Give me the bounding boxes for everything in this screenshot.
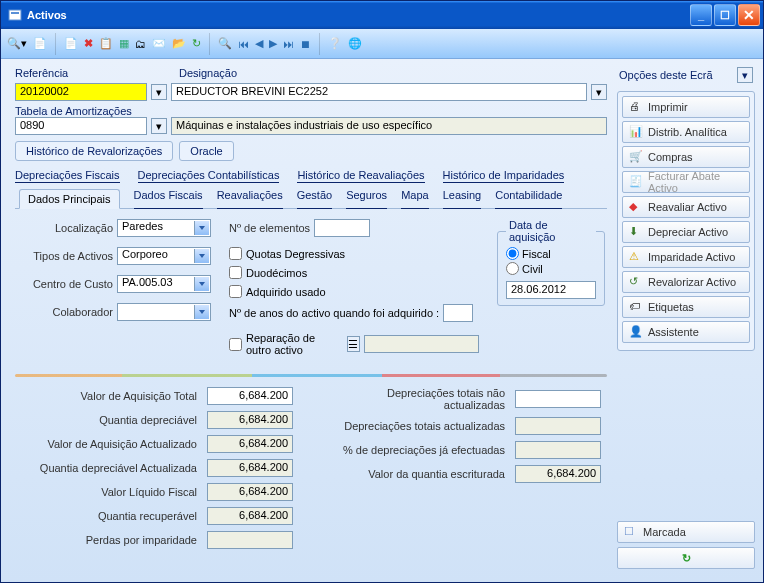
reparacao-lookup-button[interactable]: ☰ — [347, 336, 360, 352]
nav-first-icon[interactable]: ⏮ — [238, 38, 249, 50]
compras-button[interactable]: Compras — [622, 146, 750, 168]
centro-custo-select[interactable]: PA.005.03 — [117, 275, 211, 293]
referencia-lookup-button[interactable]: ▾ — [151, 84, 167, 100]
adquirido-usado-checkbox[interactable] — [229, 285, 242, 298]
svg-rect-1 — [11, 12, 19, 14]
duodecimos-checkbox[interactable] — [229, 266, 242, 279]
imparidade-label: Imparidade Activo — [648, 251, 735, 263]
new-icon[interactable]: 📄 — [33, 37, 47, 50]
world-icon[interactable]: 🌐 — [348, 37, 362, 50]
etiquetas-button[interactable]: Etiquetas — [622, 296, 750, 318]
reparacao-checkbox[interactable] — [229, 338, 242, 351]
subtab-mapa[interactable]: Mapa — [401, 189, 429, 209]
distrib-analitica-button[interactable]: Distrib. Analítica — [622, 121, 750, 143]
revalorizar-label: Revalorizar Activo — [648, 276, 736, 288]
subtab-contabilidade[interactable]: Contabilidade — [495, 189, 562, 209]
subtab-dados-fiscais[interactable]: Dados Fiscais — [134, 189, 203, 209]
subtab-seguros[interactable]: Seguros — [346, 189, 387, 209]
compras-label: Compras — [648, 151, 693, 163]
grid-icon[interactable]: ▦ — [119, 37, 129, 50]
refresh-icon[interactable]: ↻ — [192, 37, 201, 50]
marcada-button[interactable]: Marcada — [617, 521, 755, 543]
tabela-amort-lookup-button[interactable]: ▾ — [151, 118, 167, 134]
close-button[interactable]: ✕ — [738, 4, 760, 26]
help-icon[interactable]: ❔ — [328, 37, 342, 50]
subtab-leasing[interactable]: Leasing — [443, 189, 482, 209]
nav-next-icon[interactable]: ▶ — [269, 37, 277, 50]
imprimir-label: Imprimir — [648, 101, 688, 113]
civil-radio[interactable] — [506, 262, 519, 275]
val-liq-fiscal-value: 6,684.200 — [207, 483, 293, 501]
depreciar-button[interactable]: Depreciar Activo — [622, 221, 750, 243]
divider — [15, 374, 607, 377]
designacao-lookup-button[interactable]: ▾ — [591, 84, 607, 100]
titlebar: Activos _ ☐ ✕ — [1, 1, 763, 29]
tab-depreciacoes-contabilisticas[interactable]: Depreciações Contabilísticas — [138, 169, 280, 183]
side-options-toggle[interactable]: ▾ — [737, 67, 753, 83]
anos-input[interactable] — [443, 304, 473, 322]
revalorizar-button[interactable]: Revalorizar Activo — [622, 271, 750, 293]
search-icon[interactable]: 🔍▾ — [7, 37, 27, 50]
perdas-imp-value — [207, 531, 293, 549]
n-elementos-input[interactable] — [314, 219, 370, 237]
referencia-label: Referência — [15, 67, 175, 79]
reavaliar-label: Reavaliar Activo — [648, 201, 727, 213]
maximize-button[interactable]: ☐ — [714, 4, 736, 26]
nav-prev-icon[interactable]: ◀ — [255, 37, 263, 50]
marcada-label: Marcada — [643, 526, 686, 538]
mail-icon[interactable]: ✉️ — [152, 37, 166, 50]
tab-depreciacoes-fiscais[interactable]: Depreciações Fiscais — [15, 169, 120, 183]
cart-icon — [629, 150, 643, 164]
zoom-icon[interactable]: 🔍 — [218, 37, 232, 50]
dep-nao-act-value[interactable] — [515, 390, 601, 408]
reavaliar-button[interactable]: Reavaliar Activo — [622, 196, 750, 218]
imparidade-button[interactable]: Imparidade Activo — [622, 246, 750, 268]
subtab-reavaliacoes[interactable]: Reavaliações — [217, 189, 283, 209]
data-aquisicao-group: Data de aquisição Fiscal Civil 28.06.201… — [497, 219, 605, 306]
down-icon — [629, 225, 643, 239]
centro-custo-label: Centro de Custo — [17, 278, 113, 290]
facturar-label: Facturar Abate Activo — [648, 170, 743, 194]
colaborador-label: Colaborador — [17, 306, 113, 318]
fiscal-radio[interactable] — [506, 247, 519, 260]
historico-revalorizacoes-button[interactable]: Histórico de Revalorizações — [15, 141, 173, 161]
quotas-label: Quotas Degressivas — [246, 248, 345, 260]
quantia-dep-act-label: Quantia depreciável Actualizada — [21, 462, 203, 474]
imprimir-button[interactable]: Imprimir — [622, 96, 750, 118]
val-aq-total-value[interactable]: 6,684.200 — [207, 387, 293, 405]
tab-historico-reavaliacoes[interactable]: Histórico de Reavaliações — [297, 169, 424, 183]
copy-icon[interactable]: 📄 — [64, 37, 78, 50]
referencia-input[interactable]: 20120002 — [15, 83, 147, 101]
colaborador-select[interactable] — [117, 303, 211, 321]
subtab-dados-principais[interactable]: Dados Principais — [19, 189, 120, 209]
refresh-icon — [682, 552, 691, 565]
side-options-header: Opções deste Ecrã ▾ — [617, 65, 755, 87]
designacao-input[interactable]: REDUCTOR BREVINI EC2252 — [171, 83, 587, 101]
delete-icon[interactable]: ✖ — [84, 37, 93, 50]
footer-refresh-button[interactable] — [617, 547, 755, 569]
reparacao-label: Reparação de outro activo — [246, 332, 343, 356]
form-icon[interactable]: 📋 — [99, 37, 113, 50]
data-aquisicao-legend: Data de aquisição — [506, 219, 596, 243]
oracle-button[interactable]: Oracle — [179, 141, 233, 161]
data-aquisicao-input[interactable]: 28.06.2012 — [506, 281, 596, 299]
tipos-activos-select[interactable]: Corporeo — [117, 247, 211, 265]
tabela-amort-desc: Máquinas e instalações industriais de us… — [171, 117, 607, 135]
nav-last-icon[interactable]: ⏭ — [283, 38, 294, 50]
quantia-recup-value: 6,684.200 — [207, 507, 293, 525]
quotas-checkbox[interactable] — [229, 247, 242, 260]
folder-icon[interactable]: 📂 — [172, 37, 186, 50]
stop-icon[interactable]: ⏹ — [300, 38, 311, 50]
quantia-dep-act-value: 6,684.200 — [207, 459, 293, 477]
subtab-gestao[interactable]: Gestão — [297, 189, 332, 209]
tab-historico-imparidades[interactable]: Histórico de Imparidades — [443, 169, 565, 183]
val-escrit-label: Valor da quantia escriturada — [329, 468, 511, 480]
localizacao-select[interactable]: Paredes — [117, 219, 211, 237]
tipos-activos-label: Tipos de Activos — [17, 250, 113, 262]
tabela-amort-code-input[interactable]: 0890 — [15, 117, 147, 135]
tree-icon[interactable]: 🗂 — [135, 38, 146, 50]
minimize-button[interactable]: _ — [690, 4, 712, 26]
adquirido-usado-label: Adquirido usado — [246, 286, 326, 298]
assistente-button[interactable]: Assistente — [622, 321, 750, 343]
dep-act-label: Depreciações totais actualizadas — [329, 420, 511, 432]
